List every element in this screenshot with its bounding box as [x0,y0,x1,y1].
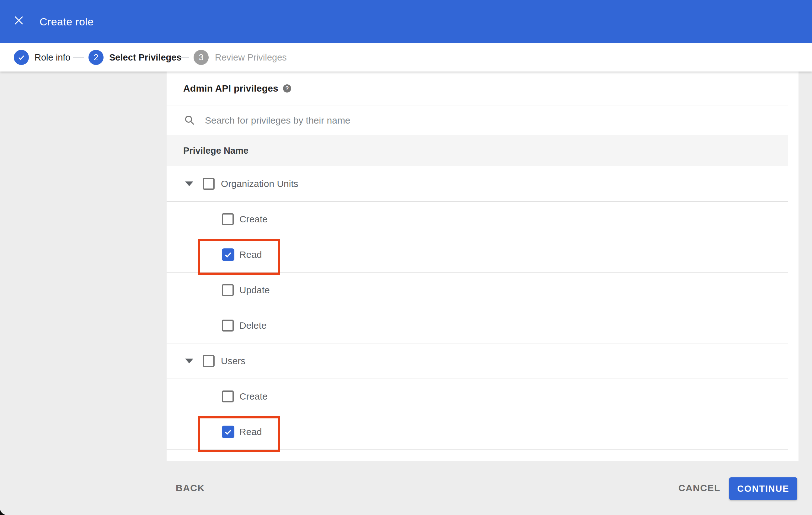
help-icon[interactable]: ? [283,84,291,93]
table-row: Create [167,202,788,237]
row-label: Create [239,214,268,224]
checkbox-organization-units[interactable] [203,178,214,190]
screen-corner [0,508,7,515]
row-label: Create [239,391,268,402]
section-title: Admin API privileges [183,83,278,94]
privileges-table: Admin API privileges ? Privilege Name Or… [167,71,788,461]
column-header-privilege-name: Privilege Name [183,146,249,156]
row-label: Read [239,249,262,260]
row-label: Read [239,427,262,437]
collapse-arrow-icon[interactable] [185,359,193,364]
close-icon [14,16,24,25]
table-row: Delete [167,308,788,343]
table-row: Update [167,273,788,308]
checkbox-org-units-delete[interactable] [222,320,234,332]
step-connector [73,57,84,58]
search-icon [184,115,195,125]
step-3-label[interactable]: Review Privileges [215,43,287,71]
back-button[interactable]: BACK [176,461,205,515]
footer-bar: BACK CANCEL CONTINUE [0,461,812,515]
row-label: Users [221,356,245,366]
search-bar [167,105,788,135]
table-row-group: Users [167,343,788,379]
collapse-arrow-icon[interactable] [185,182,193,186]
highlight-box [198,416,280,452]
checkbox-org-units-create[interactable] [222,213,234,225]
checkbox-org-units-read[interactable] [222,248,234,261]
stepper: Role info 2 Select Privileges 3 Review P… [0,43,812,71]
step-3-indicator[interactable]: 3 [194,50,209,65]
content-card: Admin API privileges ? Privilege Name Or… [167,71,799,461]
table-row: Create [167,379,788,414]
highlight-box [198,239,280,275]
page-title: Create role [39,0,94,43]
table-row: Read [167,237,788,273]
search-input[interactable] [205,105,738,135]
checkbox-users-create[interactable] [222,391,234,402]
table-row [167,450,788,461]
row-label: Delete [239,320,267,331]
table-header-row: Privilege Name [167,135,788,166]
table-row-group: Organization Units [167,166,788,202]
table-row: Read [167,414,788,450]
step-1-indicator[interactable] [14,50,29,65]
close-button[interactable] [9,11,28,30]
step-connector [179,57,189,58]
continue-button[interactable]: CONTINUE [729,477,797,500]
section-header: Admin API privileges ? [167,71,788,105]
check-icon [17,53,26,62]
step-2-indicator[interactable]: 2 [88,50,104,65]
checkbox-org-units-update[interactable] [222,284,234,296]
row-label: Organization Units [221,178,298,189]
app-bar: Create role [0,0,812,43]
row-label: Update [239,285,270,296]
checkbox-users[interactable] [203,355,214,367]
step-2-label[interactable]: Select Privileges [109,43,182,71]
checkbox-users-read[interactable] [222,426,234,438]
cancel-button[interactable]: CANCEL [678,461,720,515]
step-1-label[interactable]: Role info [34,43,70,71]
